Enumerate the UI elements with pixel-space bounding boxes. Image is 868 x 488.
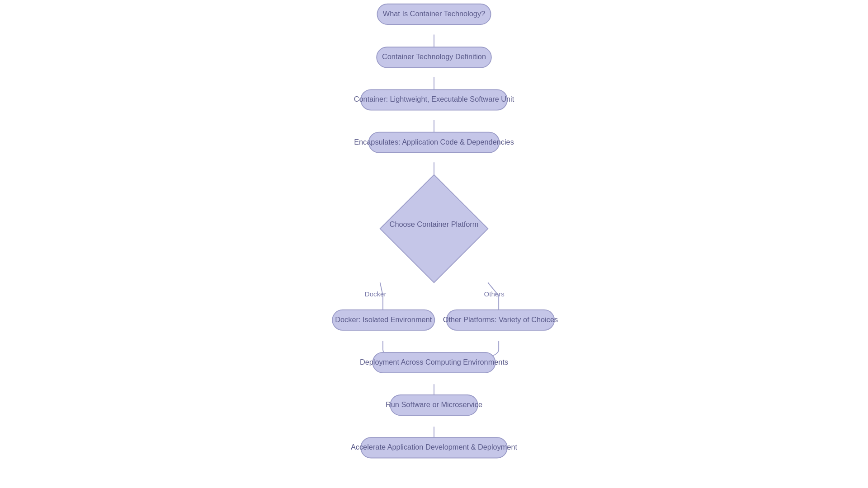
node-what-is-container-label: What Is Container Technology? — [383, 9, 485, 18]
label-others: Others — [484, 290, 505, 298]
node-docker-label: Docker: Isolated Environment — [335, 315, 432, 324]
node-encapsulates-label: Encapsulates: Application Code & Depende… — [354, 138, 514, 146]
node-accelerate-label: Accelerate Application Development & Dep… — [351, 443, 518, 451]
node-run-software-label: Run Software or Microservice — [386, 400, 482, 408]
node-container-definition-label: Container Technology Definition — [382, 52, 486, 61]
node-deployment-label: Deployment Across Computing Environments — [360, 358, 508, 366]
flowchart-container: What Is Container Technology? Container … — [0, 0, 868, 488]
label-docker: Docker — [365, 290, 387, 298]
node-choose-platform-label: Choose Container Platform — [390, 220, 479, 228]
flowchart-svg: What Is Container Technology? Container … — [0, 0, 868, 488]
node-other-platforms-label: Other Platforms: Variety of Choices — [443, 315, 558, 324]
node-lightweight-label: Container: Lightweight, Executable Softw… — [354, 95, 514, 103]
node-choose-platform — [380, 175, 488, 283]
